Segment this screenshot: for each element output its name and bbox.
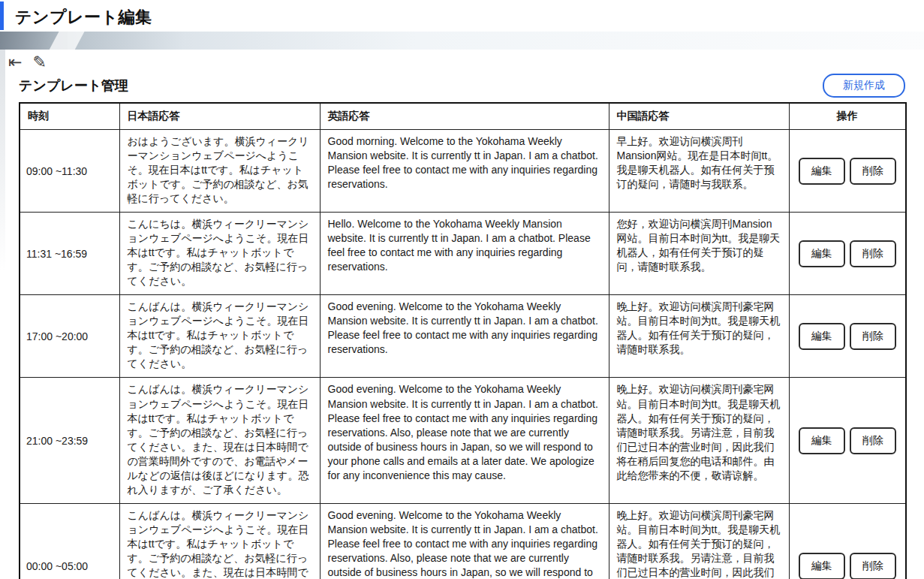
japanese-response-cell: こんばんは。横浜ウィークリーマンションウェブページへようこそ。現在日本はttです… [119, 378, 320, 503]
edit-button[interactable]: 編集 [799, 240, 845, 267]
time-cell: 09:00 ~11:30 [20, 130, 119, 213]
chinese-response-cell: 晚上好。欢迎访问横滨周刊豪宅网站。目前日本时间为tt。我是聊天机器人。如有任何关… [609, 295, 789, 378]
edit-button[interactable]: 編集 [799, 553, 845, 579]
edit-button[interactable]: 編集 [799, 323, 845, 350]
table-header: 時刻 日本語応答 英語応答 中国語応答 操作 [20, 103, 906, 130]
english-response-cell: Good morning. Welcome to the Yokohama We… [320, 130, 609, 213]
japanese-response-cell: こんばんは。横浜ウィークリーマンションウェブページへようこそ。現在日本はttです… [119, 295, 320, 378]
template-table: 時刻 日本語応答 英語応答 中国語応答 操作 09:00 ~11:30 おはよう… [19, 102, 907, 579]
create-new-button[interactable]: 新規作成 [823, 74, 905, 98]
time-cell: 17:00 ~20:00 [20, 295, 119, 378]
delete-button[interactable]: 削除 [850, 240, 896, 267]
table-row: 21:00 ~23:59 こんばんは。横浜ウィークリーマンションウェブページへよ… [20, 378, 906, 503]
chinese-response-cell: 晚上好。欢迎访问横滨周刊豪宅网站。目前日本时间为tt。我是聊天机器人。如有任何关… [609, 503, 789, 579]
actions-cell: 編集削除 [789, 295, 906, 378]
japanese-response-cell: こんにちは。横浜ウィークリーマンションウェブページへようこそ。現在日本はttです… [119, 213, 320, 295]
delete-button[interactable]: 削除 [850, 427, 896, 454]
delete-button[interactable]: 削除 [850, 553, 896, 579]
actions-cell: 編集削除 [789, 130, 906, 213]
collapse-panel-icon: ⇤ [8, 53, 22, 71]
english-response-cell: Good evening. Welcome to the Yokohama We… [320, 295, 609, 378]
toolbar: ⇤ ✎ [0, 50, 924, 72]
table-row: 09:00 ~11:30 おはようございます。横浜ウィークリーマンションウェブペ… [20, 130, 906, 213]
table-row: 00:00 ~05:00 こんばんは。横浜ウィークリーマンションウェブページへよ… [20, 503, 906, 579]
header-banner-image [0, 32, 924, 50]
edit-icon: ✎ [32, 53, 46, 71]
time-cell: 00:00 ~05:00 [20, 503, 119, 579]
section-header: テンプレート管理 新規作成 [0, 72, 924, 99]
table-body: 09:00 ~11:30 おはようございます。横浜ウィークリーマンションウェブペ… [20, 130, 906, 579]
actions-cell: 編集削除 [789, 213, 906, 295]
collapse-panel-button[interactable]: ⇤ [6, 53, 24, 71]
time-cell: 21:00 ~23:59 [20, 378, 119, 503]
delete-button[interactable]: 削除 [850, 158, 896, 185]
table-row: 11:31 ~16:59 こんにちは。横浜ウィークリーマンションウェブページへよ… [20, 213, 906, 295]
edit-button[interactable]: 編集 [799, 158, 845, 185]
chinese-response-cell: 早上好。欢迎访问横滨周刊Mansion网站。现在是日本时间tt。我是聊天机器人。… [609, 130, 789, 213]
edit-mode-button[interactable]: ✎ [30, 53, 48, 71]
col-header-japanese: 日本語応答 [119, 103, 320, 130]
delete-button[interactable]: 削除 [850, 323, 896, 350]
time-cell: 11:31 ~16:59 [20, 213, 119, 295]
japanese-response-cell: こんばんは。横浜ウィークリーマンションウェブページへようこそ。現在日本はttです… [119, 503, 320, 579]
header-accent-bar [0, 2, 4, 30]
actions-cell: 編集削除 [789, 378, 906, 503]
app-header: テンプレート編集 [0, 0, 924, 32]
table-row: 17:00 ~20:00 こんばんは。横浜ウィークリーマンションウェブページへよ… [20, 295, 906, 378]
col-header-actions: 操作 [789, 103, 906, 130]
section-title: テンプレート管理 [19, 77, 128, 95]
header-row: 時刻 日本語応答 英語応答 中国語応答 操作 [20, 103, 906, 130]
edit-button[interactable]: 編集 [799, 427, 845, 454]
page: テンプレート編集 ⇤ ✎ テンプレート管理 新規作成 時刻 日本語応答 英語応答… [0, 0, 924, 579]
chinese-response-cell: 晚上好。欢迎访问横滨周刊豪宅网站。目前日本时间为tt。我是聊天机器人。如有任何关… [609, 378, 789, 503]
page-title: テンプレート編集 [0, 0, 924, 29]
chinese-response-cell: 您好，欢迎访问横滨周刊Mansion网站。目前日本时间为tt。我是聊天机器人，如… [609, 213, 789, 295]
japanese-response-cell: おはようございます。横浜ウィークリーマンションウェブページへようこそ。現在日本は… [119, 130, 320, 213]
english-response-cell: Good evening. Welcome to the Yokohama We… [320, 378, 609, 503]
col-header-english: 英語応答 [320, 103, 609, 130]
col-header-time: 時刻 [20, 103, 119, 130]
actions-cell: 編集削除 [789, 503, 906, 579]
english-response-cell: Good evening. Welcome to the Yokohama We… [320, 503, 609, 579]
col-header-chinese: 中国語応答 [609, 103, 789, 130]
english-response-cell: Hello. Welcome to the Yokohama Weekly Ma… [320, 213, 609, 295]
